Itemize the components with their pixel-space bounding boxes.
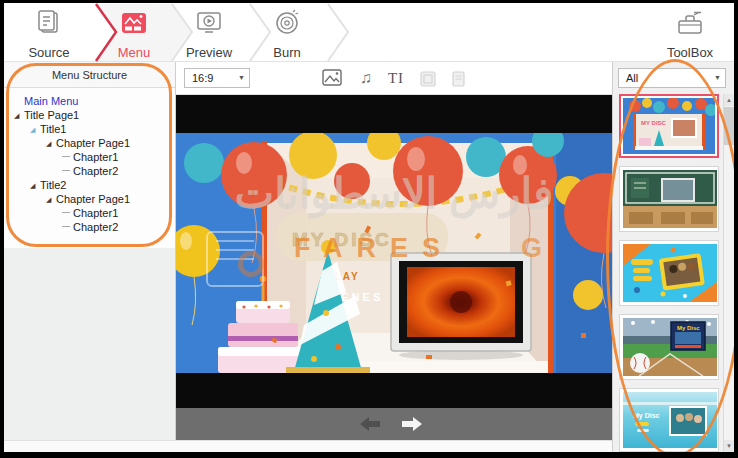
preview-column: 16:9 ▼ ♫ TI	[176, 62, 612, 440]
tree-item-title2[interactable]: ◢Title2	[4, 178, 175, 192]
template-filter-value: All	[626, 72, 638, 84]
step-source[interactable]: Source	[9, 8, 89, 60]
thumbnail-icon	[447, 67, 471, 89]
tree-item-chapter-page1-b[interactable]: ◢Chapter Page1	[4, 192, 175, 206]
step-menu[interactable]: Menu	[94, 8, 174, 60]
menu-structure-header: Menu Structure	[4, 62, 175, 88]
app-window: Source Menu	[0, 0, 738, 458]
frame-icon	[416, 67, 440, 89]
step-preview-label: Preview	[169, 45, 249, 60]
scroll-down-button[interactable]: ▼	[724, 440, 734, 452]
expand-icon[interactable]: ◢	[14, 109, 24, 123]
template-thumbnail-kids[interactable]	[619, 240, 719, 306]
tree-item-chapter1-b[interactable]: Chapter1	[4, 206, 175, 220]
expand-icon[interactable]: ◢	[46, 137, 56, 151]
aspect-ratio-dropdown[interactable]: 16:9 ▼	[184, 68, 250, 88]
step-bar: Source Menu	[4, 3, 734, 62]
expand-icon[interactable]: ◢	[46, 193, 56, 207]
menu-structure-panel: Menu Structure Main Menu ◢Title Page1 ◢T…	[4, 62, 176, 440]
step-burn[interactable]: Burn	[247, 8, 327, 60]
template4-title: My Disc	[677, 325, 700, 331]
template-thumbnail-school[interactable]	[619, 166, 719, 232]
step-menu-label: Menu	[94, 45, 174, 60]
template1-title: MY DISC	[641, 120, 667, 126]
aspect-ratio-value: 16:9	[192, 72, 213, 84]
tree-item-title-page1[interactable]: ◢Title Page1	[4, 108, 175, 122]
tree-item-main-menu[interactable]: Main Menu	[4, 94, 175, 108]
template5-title: My Disc	[633, 412, 660, 420]
expand-icon[interactable]: ◢	[30, 123, 40, 137]
chevron-down-icon: ▼	[714, 69, 721, 87]
menu-page-nav	[176, 408, 612, 440]
chevron-down-icon: ▼	[238, 69, 245, 87]
tree-item-title1[interactable]: ◢Title1	[4, 122, 175, 136]
step-source-label: Source	[9, 45, 89, 60]
expand-icon[interactable]: ◢	[30, 179, 40, 193]
template-list: MY DISC	[617, 94, 723, 452]
templates-panel: All ▼ MY DISC	[612, 62, 734, 452]
tree-item-chapter2-b[interactable]: Chapter2	[4, 220, 175, 234]
tree-item-chapter-page1[interactable]: ◢Chapter Page1	[4, 136, 175, 150]
letterbox-bottom	[176, 373, 612, 408]
birthday-scene-graphic: MY DISC PLAY SCENES	[176, 133, 612, 373]
template-thumbnail-baseball[interactable]: My Disc	[619, 314, 719, 380]
burn-icon	[272, 8, 302, 38]
image-icon[interactable]	[320, 67, 344, 89]
next-page-arrow[interactable]	[398, 415, 424, 433]
template-thumbnail-birthday[interactable]: MY DISC	[619, 94, 719, 158]
text-icon[interactable]: TI	[384, 67, 408, 89]
menu-preview-scene: MY DISC PLAY SCENES	[176, 133, 612, 373]
tree-item-chapter1[interactable]: Chapter1	[4, 150, 175, 164]
menu-icon	[119, 8, 149, 38]
music-icon[interactable]: ♫	[354, 67, 378, 89]
letterbox-top	[176, 95, 612, 133]
preview-icon	[194, 8, 224, 38]
template-thumbnail-beach[interactable]: My Disc	[619, 388, 719, 452]
dvd-creator-app: Source Menu	[4, 3, 734, 452]
toolbox-label: ToolBox	[654, 45, 726, 60]
template-filter-dropdown[interactable]: All ▼	[618, 68, 726, 88]
previous-page-arrow[interactable]	[358, 415, 384, 433]
scroll-up-button[interactable]: ▲	[724, 94, 734, 106]
step-preview[interactable]: Preview	[169, 8, 249, 60]
source-icon	[34, 8, 64, 38]
status-strip	[4, 440, 612, 452]
toolbox-button[interactable]: ToolBox	[654, 8, 726, 60]
template-scrollbar[interactable]: ▲ ▼	[723, 94, 734, 452]
scrollbar-thumb[interactable]	[724, 107, 734, 145]
toolbox-icon	[674, 24, 706, 41]
step-burn-label: Burn	[247, 45, 327, 60]
scene-title: MY DISC	[292, 229, 392, 250]
menu-structure-tree: Main Menu ◢Title Page1 ◢Title1 ◢Chapter …	[4, 88, 175, 248]
tree-item-chapter2[interactable]: Chapter2	[4, 164, 175, 178]
preview-toolbar: 16:9 ▼ ♫ TI	[176, 62, 612, 95]
